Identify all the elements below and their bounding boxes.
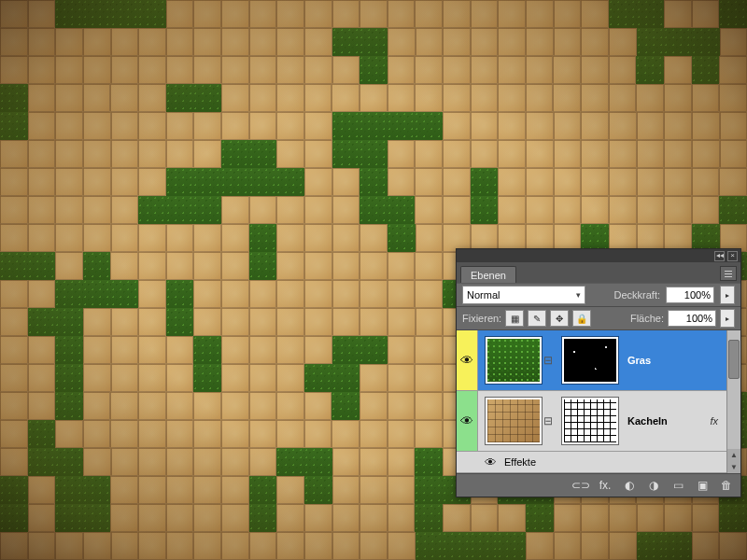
layer-name-label[interactable]: Kacheln [627, 415, 668, 427]
delete-layer-button[interactable]: 🗑 [718, 478, 735, 493]
lock-label: Fixieren: [462, 313, 501, 324]
layer-mask-thumbnail[interactable] [562, 398, 618, 444]
layers-panel: ◂◂ × Ebenen Normal ▾ Deckkraft: 100% ▸ F… [456, 248, 741, 497]
panel-close-icon[interactable]: × [727, 251, 738, 261]
lock-position-button[interactable]: ✥ [550, 310, 569, 327]
new-layer-button[interactable]: ▣ [694, 478, 711, 493]
eye-icon[interactable]: 👁 [485, 455, 497, 469]
layer-mask-thumbnail[interactable] [562, 337, 618, 384]
new-group-button[interactable]: ▭ [669, 478, 686, 493]
blend-mode-value: Normal [467, 289, 500, 301]
lock-all-button[interactable]: 🔒 [572, 310, 591, 327]
layer-visibility-toggle[interactable]: 👁 [457, 391, 478, 451]
blend-opacity-row: Normal ▾ Deckkraft: 100% ▸ [457, 283, 740, 307]
scroll-up-button[interactable]: ▲ [727, 449, 740, 461]
effects-label: Effekte [504, 456, 536, 468]
scrollbar-thumb[interactable] [728, 340, 740, 379]
add-mask-button[interactable]: ◐ [621, 478, 638, 493]
blend-mode-select[interactable]: Normal ▾ [462, 286, 585, 304]
opacity-stepper[interactable]: ▸ [720, 286, 735, 304]
link-layers-button[interactable]: ⊂⊃ [572, 478, 589, 493]
mask-link-icon[interactable]: ⊟ [542, 354, 555, 367]
layer-thumbnail[interactable] [486, 337, 542, 384]
layer-visibility-toggle[interactable]: 👁 [457, 330, 478, 390]
chevron-down-icon: ▾ [576, 290, 581, 300]
layer-row-gras[interactable]: 👁 ⊟ Gras [457, 330, 740, 391]
opacity-input[interactable]: 100% [666, 287, 714, 303]
layer-fx-badge[interactable]: fx [710, 415, 718, 427]
eye-icon: 👁 [460, 353, 473, 368]
layers-list: 👁 ⊟ Gras 👁 ⊟ Kacheln fx ▾ 👁 Effekte ▲ ▼ [457, 330, 740, 473]
adjustment-layer-button[interactable]: ◑ [645, 478, 662, 493]
layer-thumbnail[interactable] [486, 398, 542, 444]
panel-menu-icon[interactable] [720, 266, 737, 281]
panel-footer: ⊂⊃ fx. ◐ ◑ ▭ ▣ 🗑 [457, 473, 740, 497]
lock-image-pixels-button[interactable]: ✎ [528, 310, 546, 327]
fill-stepper[interactable]: ▸ [720, 309, 735, 328]
opacity-label: Deckkraft: [613, 289, 660, 301]
layer-row-kacheln[interactable]: 👁 ⊟ Kacheln fx ▾ [457, 391, 740, 452]
layer-effects-row[interactable]: 👁 Effekte [457, 452, 740, 473]
scroll-down-button[interactable]: ▼ [727, 461, 740, 473]
lock-fill-row: Fixieren: ▦ ✎ ✥ 🔒 Fläche: 100% ▸ [457, 307, 740, 330]
panel-tabbar: Ebenen [457, 262, 740, 283]
mask-link-icon[interactable]: ⊟ [542, 414, 555, 427]
layer-style-button[interactable]: fx. [597, 478, 613, 493]
fill-input[interactable]: 100% [668, 310, 716, 327]
lock-transparent-pixels-button[interactable]: ▦ [505, 310, 524, 327]
eye-icon: 👁 [460, 413, 473, 428]
fill-label: Fläche: [630, 313, 664, 324]
panel-collapse-icon[interactable]: ◂◂ [714, 251, 725, 261]
tab-layers[interactable]: Ebenen [460, 266, 516, 283]
layer-name-label[interactable]: Gras [627, 355, 651, 366]
panel-titlebar[interactable]: ◂◂ × [457, 249, 740, 262]
layers-scrollbar[interactable]: ▲ ▼ [726, 330, 740, 473]
